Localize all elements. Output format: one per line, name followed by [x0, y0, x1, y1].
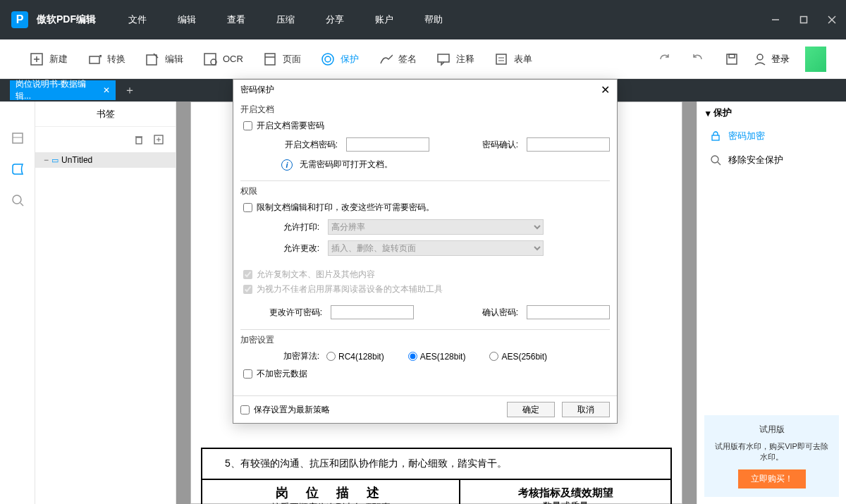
- tool-sign[interactable]: 签名: [369, 39, 427, 79]
- svg-rect-16: [438, 54, 449, 62]
- remove-security-option[interactable]: 移除安全保护: [697, 148, 846, 172]
- edit-icon: [145, 52, 159, 66]
- algo-label: 加密算法:: [283, 350, 319, 362]
- encrypt-option[interactable]: 密码加密: [697, 124, 846, 148]
- window-maximize[interactable]: [790, 6, 818, 34]
- doc-bullet: 5、有较强的沟通、抗压和团队协作能力，耐心细致，踏实肯干。: [211, 453, 662, 474]
- save-policy-checkbox[interactable]: 保存设置为最新策略: [240, 404, 330, 416]
- info-text: 无需密码即可打开文档。: [300, 159, 393, 171]
- toolbar: 新建 转换 编辑 OCR 页面 保护 签名 注释 表单 登录: [0, 39, 846, 79]
- password-protect-dialog: 密码保护 ✕ 开启文档 开启文档需要密码 开启文档密码: 密码确认: i 无需密…: [233, 79, 618, 424]
- trial-box: 试用版 试用版有水印，购买VIP即可去除水印。 立即购买！: [704, 415, 839, 497]
- screen-reader-checkbox[interactable]: 为视力不佳者启用屏幕阅读器设备的文本辅助工具: [243, 283, 610, 295]
- confirm-perm-pw-input[interactable]: [527, 305, 610, 319]
- thumbnails-icon[interactable]: [9, 130, 26, 147]
- open-password-input[interactable]: [346, 137, 429, 152]
- trial-buy-button[interactable]: 立即购买！: [738, 469, 806, 488]
- confirm-perm-pw-label: 确认密码:: [463, 307, 518, 319]
- window-minimize[interactable]: [761, 6, 790, 34]
- document-tab[interactable]: 岗位说明书-数据编辑... ✕: [10, 80, 116, 100]
- right-panel: ▾保护 密码加密 移除安全保护 试用版 试用版有水印，购买VIP即可去除水印。 …: [697, 102, 846, 504]
- trial-desc: 试用版有水印，购买VIP即可去除水印。: [713, 441, 830, 462]
- radio-aes128[interactable]: AES(128bit): [408, 352, 466, 362]
- confirm-password-label: 密码确认:: [463, 139, 518, 151]
- section-open-title: 开启文档: [240, 104, 610, 116]
- bookmark-delete-icon[interactable]: [133, 134, 145, 145]
- open-password-checkbox[interactable]: 开启文档需要密码: [243, 120, 610, 132]
- menu-compress[interactable]: 压缩: [261, 0, 310, 39]
- redo-button[interactable]: [651, 47, 677, 72]
- confirm-password-input[interactable]: [527, 137, 610, 152]
- sign-icon: [379, 52, 393, 66]
- svg-line-34: [718, 162, 721, 165]
- search-icon: [710, 154, 721, 166]
- change-perm-pw-input[interactable]: [331, 305, 414, 319]
- doc-sub-2: 数量或质量: [469, 500, 662, 505]
- bookmark-item[interactable]: − ▭ UnTitled: [35, 152, 176, 168]
- undo-button[interactable]: [685, 47, 711, 72]
- bookmarks-title: 书签: [35, 102, 176, 127]
- tab-add[interactable]: ＋: [120, 80, 140, 100]
- doc-sub-1: 按重要顺序依次列出每项职责: [211, 501, 450, 504]
- tool-edit[interactable]: 编辑: [135, 39, 193, 79]
- tab-label: 岗位说明书-数据编辑...: [16, 78, 97, 102]
- menu-view[interactable]: 查看: [212, 0, 261, 39]
- change-perm-pw-label: 更改许可密码:: [262, 307, 322, 319]
- cancel-button[interactable]: 取消: [562, 402, 610, 417]
- dialog-close[interactable]: ✕: [601, 83, 610, 97]
- allow-print-label: 允许打印:: [283, 221, 319, 233]
- doc-heading-1: 岗 位 描 述: [211, 484, 450, 501]
- doc-heading-2: 考核指标及绩效期望: [469, 486, 662, 500]
- svg-point-22: [757, 54, 763, 60]
- search-icon[interactable]: [9, 192, 26, 209]
- svg-point-33: [711, 156, 718, 163]
- brand-stripe: [805, 47, 826, 72]
- svg-rect-23: [13, 133, 23, 143]
- bookmark-add-icon[interactable]: [153, 134, 164, 145]
- info-icon: i: [281, 159, 293, 171]
- bookmarks-icon[interactable]: [9, 161, 26, 178]
- bookmarks-panel: 书签 − ▭ UnTitled: [35, 102, 176, 504]
- svg-point-14: [322, 54, 333, 65]
- page-icon: [263, 52, 277, 66]
- svg-rect-27: [136, 137, 142, 144]
- svg-point-25: [13, 195, 21, 204]
- login-button[interactable]: 登录: [753, 52, 790, 66]
- menu-help[interactable]: 帮助: [409, 0, 458, 39]
- tool-comment[interactable]: 注释: [427, 39, 484, 79]
- user-icon: [753, 52, 767, 66]
- plus-icon: [30, 52, 44, 66]
- svg-rect-21: [729, 54, 735, 58]
- radio-aes256[interactable]: AES(256bit): [489, 352, 547, 362]
- shield-icon: [321, 52, 335, 66]
- tool-protect[interactable]: 保护: [311, 39, 369, 79]
- menu-share[interactable]: 分享: [310, 0, 360, 39]
- tab-close[interactable]: ✕: [103, 85, 110, 95]
- svg-rect-7: [90, 56, 99, 63]
- svg-rect-8: [147, 55, 157, 65]
- tool-new[interactable]: 新建: [20, 39, 78, 79]
- tool-form[interactable]: 表单: [484, 39, 542, 79]
- menu-account[interactable]: 账户: [360, 0, 409, 39]
- svg-line-9: [154, 54, 158, 58]
- allow-print-select[interactable]: 高分辨率: [328, 219, 544, 235]
- menu-file[interactable]: 文件: [113, 0, 162, 39]
- no-encrypt-meta-checkbox[interactable]: 不加密元数据: [243, 368, 610, 380]
- allow-change-select[interactable]: 插入、删除、旋转页面: [328, 240, 544, 256]
- restrict-checkbox[interactable]: 限制文档编辑和打印，改变这些许可需要密码。: [243, 202, 610, 214]
- section-encrypt-title: 加密设置: [240, 334, 610, 346]
- tool-page[interactable]: 页面: [253, 39, 311, 79]
- svg-line-26: [20, 203, 23, 206]
- svg-rect-32: [712, 135, 719, 140]
- allow-copy-checkbox[interactable]: 允许复制文本、图片及其他内容: [243, 269, 610, 281]
- svg-rect-1: [801, 17, 807, 23]
- tool-convert[interactable]: 转换: [78, 39, 135, 79]
- caret-icon: −: [44, 155, 49, 165]
- open-password-label: 开启文档密码:: [283, 139, 338, 151]
- radio-rc4[interactable]: RC4(128bit): [326, 352, 384, 362]
- window-close[interactable]: [818, 6, 846, 34]
- menu-edit[interactable]: 编辑: [162, 0, 212, 39]
- save-button[interactable]: [719, 47, 744, 72]
- ok-button[interactable]: 确定: [507, 402, 555, 417]
- tool-ocr[interactable]: OCR: [193, 39, 253, 79]
